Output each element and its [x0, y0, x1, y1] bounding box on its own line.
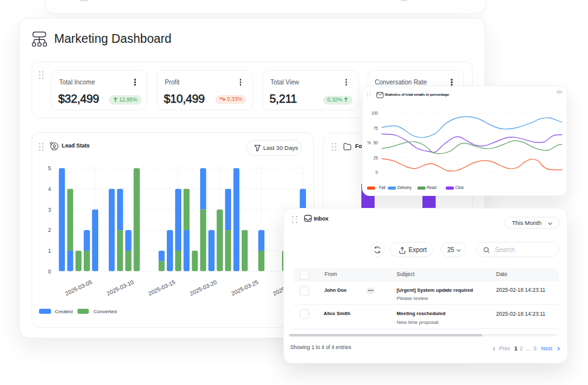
- svg-text:4: 4: [48, 186, 51, 192]
- svg-text:2025-03-25: 2025-03-25: [230, 279, 259, 297]
- svg-text:0: 0: [48, 268, 51, 275]
- svg-text:2025-03-05: 2025-03-05: [64, 279, 93, 297]
- svg-text:1: 1: [48, 248, 51, 254]
- svg-text:2025-03-15: 2025-03-15: [147, 279, 176, 297]
- svg-text:5: 5: [48, 165, 51, 171]
- svg-text:2: 2: [48, 227, 51, 233]
- svg-text:3: 3: [48, 207, 51, 213]
- svg-text:2025-03-10: 2025-03-10: [106, 279, 135, 297]
- svg-text:2025-03-20: 2025-03-20: [189, 279, 218, 297]
